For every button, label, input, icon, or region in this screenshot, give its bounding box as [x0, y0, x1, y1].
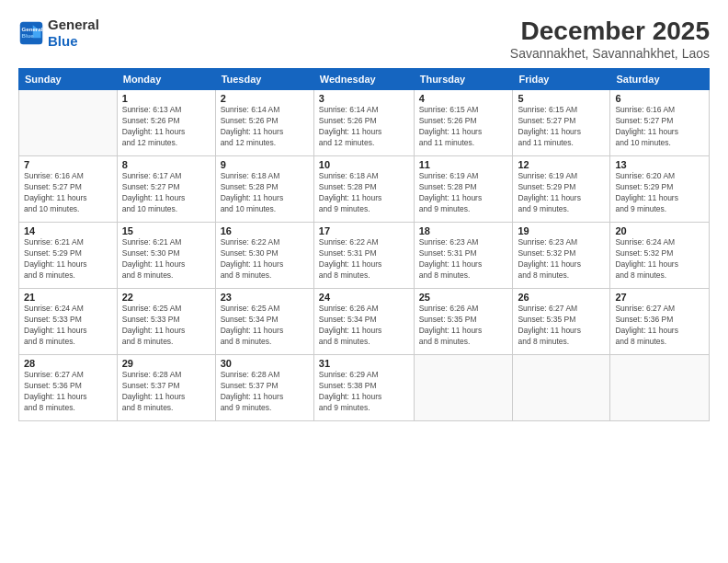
day-number: 20: [615, 225, 704, 236]
calendar-cell: 23Sunrise: 6:25 AM Sunset: 5:34 PM Dayli…: [215, 289, 313, 355]
calendar-body: 1Sunrise: 6:13 AM Sunset: 5:26 PM Daylig…: [19, 90, 710, 421]
day-info: Sunrise: 6:25 AM Sunset: 5:34 PM Dayligh…: [221, 304, 309, 348]
calendar-cell: 17Sunrise: 6:22 AM Sunset: 5:31 PM Dayli…: [313, 223, 414, 289]
day-info: Sunrise: 6:19 AM Sunset: 5:29 PM Dayligh…: [518, 171, 605, 215]
col-tuesday: Tuesday: [215, 69, 313, 90]
day-info: Sunrise: 6:17 AM Sunset: 5:27 PM Dayligh…: [122, 171, 210, 215]
day-number: 21: [24, 292, 112, 303]
day-info: Sunrise: 6:14 AM Sunset: 5:26 PM Dayligh…: [319, 105, 409, 149]
day-number: 18: [419, 225, 508, 236]
col-saturday: Saturday: [610, 69, 710, 90]
col-monday: Monday: [117, 69, 215, 90]
calendar-cell: 15Sunrise: 6:21 AM Sunset: 5:30 PM Dayli…: [117, 223, 215, 289]
day-number: 10: [319, 159, 409, 170]
calendar-cell: [610, 355, 710, 421]
day-info: Sunrise: 6:15 AM Sunset: 5:27 PM Dayligh…: [518, 105, 605, 149]
day-info: Sunrise: 6:13 AM Sunset: 5:26 PM Dayligh…: [122, 105, 210, 149]
day-info: Sunrise: 6:28 AM Sunset: 5:37 PM Dayligh…: [221, 370, 309, 414]
day-number: 29: [122, 358, 210, 369]
logo-line2: Blue: [48, 33, 99, 50]
day-number: 13: [615, 159, 704, 170]
calendar-cell: 26Sunrise: 6:27 AM Sunset: 5:35 PM Dayli…: [513, 289, 610, 355]
day-info: Sunrise: 6:23 AM Sunset: 5:31 PM Dayligh…: [419, 237, 508, 282]
calendar-cell: 31Sunrise: 6:29 AM Sunset: 5:38 PM Dayli…: [313, 355, 414, 421]
day-number: 14: [24, 225, 112, 236]
calendar-cell: 27Sunrise: 6:27 AM Sunset: 5:36 PM Dayli…: [610, 289, 710, 355]
calendar-cell: 16Sunrise: 6:22 AM Sunset: 5:30 PM Dayli…: [215, 223, 313, 289]
day-number: 26: [518, 292, 605, 303]
day-info: Sunrise: 6:26 AM Sunset: 5:35 PM Dayligh…: [419, 304, 508, 348]
calendar-cell: 10Sunrise: 6:18 AM Sunset: 5:28 PM Dayli…: [313, 156, 414, 223]
calendar-week-1: 7Sunrise: 6:16 AM Sunset: 5:27 PM Daylig…: [19, 156, 710, 223]
day-info: Sunrise: 6:21 AM Sunset: 5:30 PM Dayligh…: [122, 237, 210, 282]
calendar-week-2: 14Sunrise: 6:21 AM Sunset: 5:29 PM Dayli…: [19, 223, 710, 289]
calendar-cell: [513, 355, 610, 421]
day-number: 6: [615, 93, 704, 104]
day-number: 12: [518, 159, 605, 170]
calendar-cell: 22Sunrise: 6:25 AM Sunset: 5:33 PM Dayli…: [117, 289, 215, 355]
day-info: Sunrise: 6:22 AM Sunset: 5:31 PM Dayligh…: [319, 237, 409, 282]
day-info: Sunrise: 6:28 AM Sunset: 5:37 PM Dayligh…: [122, 370, 210, 414]
calendar-cell: 25Sunrise: 6:26 AM Sunset: 5:35 PM Dayli…: [414, 289, 513, 355]
calendar-week-4: 28Sunrise: 6:27 AM Sunset: 5:36 PM Dayli…: [19, 355, 710, 421]
col-friday: Friday: [513, 69, 610, 90]
day-info: Sunrise: 6:19 AM Sunset: 5:28 PM Dayligh…: [419, 171, 508, 215]
day-number: 15: [122, 225, 210, 236]
day-info: Sunrise: 6:18 AM Sunset: 5:28 PM Dayligh…: [319, 171, 409, 215]
calendar-cell: 11Sunrise: 6:19 AM Sunset: 5:28 PM Dayli…: [414, 156, 513, 223]
calendar-cell: 24Sunrise: 6:26 AM Sunset: 5:34 PM Dayli…: [313, 289, 414, 355]
logo: General Blue General Blue: [18, 17, 99, 50]
day-info: Sunrise: 6:27 AM Sunset: 5:36 PM Dayligh…: [615, 304, 704, 348]
calendar-cell: 5Sunrise: 6:15 AM Sunset: 5:27 PM Daylig…: [513, 90, 610, 156]
calendar-table: Sunday Monday Tuesday Wednesday Thursday…: [18, 68, 710, 421]
day-info: Sunrise: 6:25 AM Sunset: 5:33 PM Dayligh…: [122, 304, 210, 348]
calendar-header: Sunday Monday Tuesday Wednesday Thursday…: [19, 69, 710, 90]
day-info: Sunrise: 6:24 AM Sunset: 5:32 PM Dayligh…: [615, 237, 704, 282]
calendar-week-0: 1Sunrise: 6:13 AM Sunset: 5:26 PM Daylig…: [19, 90, 710, 156]
day-number: 5: [518, 93, 605, 104]
day-info: Sunrise: 6:18 AM Sunset: 5:28 PM Dayligh…: [221, 171, 309, 215]
day-info: Sunrise: 6:27 AM Sunset: 5:35 PM Dayligh…: [518, 304, 605, 348]
day-number: 2: [221, 93, 309, 104]
day-number: 9: [221, 159, 309, 170]
calendar-week-3: 21Sunrise: 6:24 AM Sunset: 5:33 PM Dayli…: [19, 289, 710, 355]
day-info: Sunrise: 6:23 AM Sunset: 5:32 PM Dayligh…: [518, 237, 605, 282]
day-number: 7: [24, 159, 112, 170]
calendar-cell: 8Sunrise: 6:17 AM Sunset: 5:27 PM Daylig…: [117, 156, 215, 223]
day-info: Sunrise: 6:29 AM Sunset: 5:38 PM Dayligh…: [319, 370, 409, 414]
title-block: December 2025 Savannakhet, Savannahkhet,…: [510, 17, 710, 61]
calendar-cell: 3Sunrise: 6:14 AM Sunset: 5:26 PM Daylig…: [313, 90, 414, 156]
calendar-cell: 7Sunrise: 6:16 AM Sunset: 5:27 PM Daylig…: [19, 156, 118, 223]
day-info: Sunrise: 6:16 AM Sunset: 5:27 PM Dayligh…: [615, 105, 704, 149]
day-info: Sunrise: 6:26 AM Sunset: 5:34 PM Dayligh…: [319, 304, 409, 348]
day-number: 27: [615, 292, 704, 303]
day-info: Sunrise: 6:21 AM Sunset: 5:29 PM Dayligh…: [24, 237, 112, 282]
day-number: 23: [221, 292, 309, 303]
day-info: Sunrise: 6:22 AM Sunset: 5:30 PM Dayligh…: [221, 237, 309, 282]
subtitle: Savannakhet, Savannahkhet, Laos: [510, 46, 710, 61]
col-thursday: Thursday: [414, 69, 513, 90]
col-sunday: Sunday: [19, 69, 118, 90]
day-number: 19: [518, 225, 605, 236]
day-number: 11: [419, 159, 508, 170]
day-info: Sunrise: 6:16 AM Sunset: 5:27 PM Dayligh…: [24, 171, 112, 215]
day-info: Sunrise: 6:20 AM Sunset: 5:29 PM Dayligh…: [615, 171, 704, 215]
logo-icon: General Blue: [18, 20, 44, 46]
calendar-cell: 12Sunrise: 6:19 AM Sunset: 5:29 PM Dayli…: [513, 156, 610, 223]
calendar-cell: 29Sunrise: 6:28 AM Sunset: 5:37 PM Dayli…: [117, 355, 215, 421]
col-wednesday: Wednesday: [313, 69, 414, 90]
day-number: 8: [122, 159, 210, 170]
calendar-cell: 4Sunrise: 6:15 AM Sunset: 5:26 PM Daylig…: [414, 90, 513, 156]
calendar-cell: 20Sunrise: 6:24 AM Sunset: 5:32 PM Dayli…: [610, 223, 710, 289]
calendar-cell: 30Sunrise: 6:28 AM Sunset: 5:37 PM Dayli…: [215, 355, 313, 421]
day-info: Sunrise: 6:27 AM Sunset: 5:36 PM Dayligh…: [24, 370, 112, 414]
day-number: 30: [221, 358, 309, 369]
svg-text:General: General: [22, 26, 43, 32]
day-number: 25: [419, 292, 508, 303]
page: General Blue General Blue December 2025 …: [0, 0, 728, 563]
day-info: Sunrise: 6:24 AM Sunset: 5:33 PM Dayligh…: [24, 304, 112, 348]
day-number: 22: [122, 292, 210, 303]
calendar-cell: 9Sunrise: 6:18 AM Sunset: 5:28 PM Daylig…: [215, 156, 313, 223]
day-number: 24: [319, 292, 409, 303]
day-number: 31: [319, 358, 409, 369]
